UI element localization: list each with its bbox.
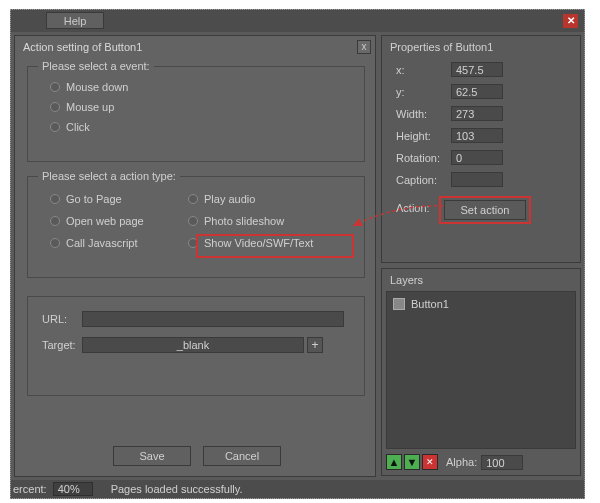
radio-label: Call Javascript — [66, 237, 138, 249]
radio-mouse-down[interactable]: Mouse down — [50, 81, 128, 93]
radio-label: Click — [66, 121, 90, 133]
layer-icon — [393, 298, 405, 310]
cancel-button[interactable]: Cancel — [203, 446, 281, 466]
status-percent-label: ercent: — [13, 483, 47, 495]
radio-play-audio[interactable]: Play audio — [188, 193, 255, 205]
prop-caption-label: Caption: — [396, 174, 451, 186]
prop-y-row: y:62.5 — [396, 84, 503, 99]
layer-item-label: Button1 — [411, 298, 449, 310]
layers-list[interactable]: Button1 — [386, 291, 576, 449]
prop-x-label: x: — [396, 64, 451, 76]
prop-rotation-row: Rotation:0 — [396, 150, 503, 165]
prop-height-row: Height:103 — [396, 128, 503, 143]
radio-call-javascript[interactable]: Call Javascript — [50, 237, 138, 249]
layers-panel: Layers Button1 ▲ ▼ ✕ Alpha: 100 — [381, 268, 581, 476]
radio-photo-slideshow[interactable]: Photo slideshow — [188, 215, 284, 227]
prop-height-label: Height: — [396, 130, 451, 142]
radio-show-video-swf-text[interactable]: Show Video/SWF/Text — [188, 237, 313, 249]
set-action-button[interactable]: Set action — [444, 200, 526, 220]
radio-go-to-page[interactable]: Go to Page — [50, 193, 122, 205]
prop-y-input[interactable]: 62.5 — [451, 84, 503, 99]
dialog-close-button[interactable]: x — [357, 40, 371, 54]
url-input[interactable] — [82, 311, 344, 327]
target-label: Target: — [42, 339, 76, 351]
radio-open-web-page[interactable]: Open web page — [50, 215, 144, 227]
radio-icon — [50, 194, 60, 204]
url-label: URL: — [42, 313, 67, 325]
dialog-title: Action setting of Button1 — [23, 41, 142, 53]
radio-icon — [50, 238, 60, 248]
menubar: Help ✕ — [11, 10, 584, 32]
app-close-button[interactable]: ✕ — [563, 14, 578, 28]
help-menu[interactable]: Help — [46, 12, 104, 29]
prop-width-row: Width:273 — [396, 106, 503, 121]
action-group-label: Please select a action type: — [38, 170, 180, 182]
radio-label: Open web page — [66, 215, 144, 227]
radio-icon — [188, 238, 198, 248]
radio-click[interactable]: Click — [50, 121, 90, 133]
radio-icon — [50, 82, 60, 92]
radio-label: Mouse down — [66, 81, 128, 93]
event-group: Please select a event: Mouse down Mouse … — [27, 66, 365, 162]
prop-action-row: Action: — [396, 202, 451, 214]
radio-icon — [50, 122, 60, 132]
radio-label: Play audio — [204, 193, 255, 205]
prop-caption-input[interactable] — [451, 172, 503, 187]
radio-icon — [188, 216, 198, 226]
prop-width-label: Width: — [396, 108, 451, 120]
layer-item[interactable]: Button1 — [393, 298, 449, 310]
event-group-label: Please select a event: — [38, 60, 154, 72]
prop-y-label: y: — [396, 86, 451, 98]
radio-label: Show Video/SWF/Text — [204, 237, 313, 249]
status-percent-value: 40% — [53, 482, 93, 496]
prop-x-input[interactable]: 457.5 — [451, 62, 503, 77]
radio-icon — [188, 194, 198, 204]
radio-icon — [50, 216, 60, 226]
prop-height-input[interactable]: 103 — [451, 128, 503, 143]
layers-title: Layers — [390, 274, 423, 286]
save-button[interactable]: Save — [113, 446, 191, 466]
app-frame: Help ✕ Action setting of Button1 x Pleas… — [10, 9, 585, 499]
layer-delete-button[interactable]: ✕ — [422, 454, 438, 470]
prop-x-row: x:457.5 — [396, 62, 503, 77]
layer-down-button[interactable]: ▼ — [404, 454, 420, 470]
target-input[interactable]: _blank — [82, 337, 304, 353]
prop-caption-row: Caption: — [396, 172, 503, 187]
alpha-label: Alpha: — [446, 456, 477, 468]
properties-title: Properties of Button1 — [390, 41, 493, 53]
prop-rotation-input[interactable]: 0 — [451, 150, 503, 165]
radio-label: Photo slideshow — [204, 215, 284, 227]
url-group: URL: Target: _blank + — [27, 296, 365, 396]
prop-width-input[interactable]: 273 — [451, 106, 503, 121]
radio-icon — [50, 102, 60, 112]
action-setting-dialog: Action setting of Button1 x Please selec… — [14, 35, 376, 477]
status-message: Pages loaded successfully. — [111, 483, 243, 495]
action-type-group: Please select a action type: Go to Page … — [27, 176, 365, 278]
prop-rotation-label: Rotation: — [396, 152, 451, 164]
properties-panel: Properties of Button1 x:457.5 y:62.5 Wid… — [381, 35, 581, 263]
layers-footer: ▲ ▼ ✕ Alpha: 100 — [386, 453, 576, 471]
status-bar: ercent: 40% Pages loaded successfully. — [11, 480, 584, 498]
radio-label: Go to Page — [66, 193, 122, 205]
prop-action-label: Action: — [396, 202, 451, 214]
target-add-button[interactable]: + — [307, 337, 323, 353]
radio-label: Mouse up — [66, 101, 114, 113]
radio-mouse-up[interactable]: Mouse up — [50, 101, 114, 113]
layer-up-button[interactable]: ▲ — [386, 454, 402, 470]
alpha-input[interactable]: 100 — [481, 455, 523, 470]
